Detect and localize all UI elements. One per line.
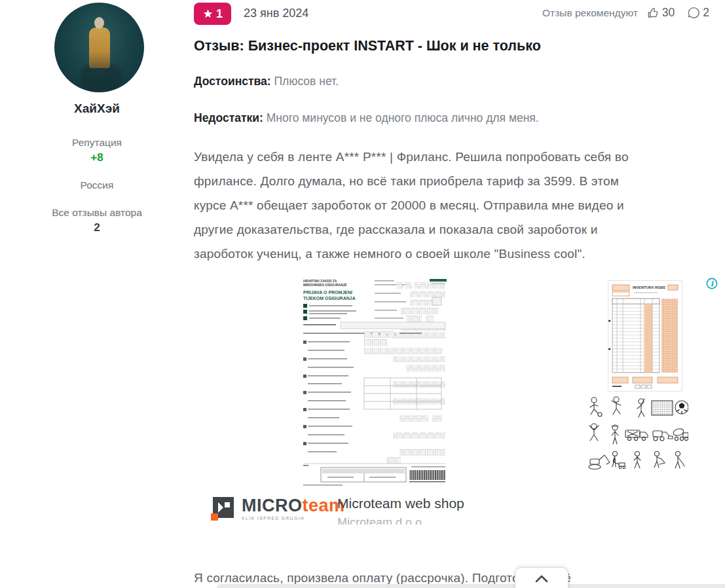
review-date: 23 янв 2024: [244, 7, 308, 20]
form1-heading-2: TIJEKOM OSIGURANJA: [303, 296, 356, 301]
recommend-label: Отзыв рекомендуют: [542, 7, 638, 19]
logo-tagline: KLIK ISPRED DRUGIH: [242, 516, 345, 521]
pros-label: Достоинства:: [194, 75, 271, 88]
like-button[interactable]: 30: [646, 6, 675, 20]
ad-info-icon[interactable]: i: [706, 278, 718, 289]
likes-count: 30: [662, 6, 675, 20]
author-country: Россия: [0, 179, 194, 191]
next-section-edge: [217, 584, 725, 588]
author-reviews-count: 2: [0, 221, 194, 234]
thumbs-up-icon: [646, 6, 660, 20]
rating-badge: 1: [194, 3, 231, 25]
review-page: ХайХэй Репутация +8 Россия Все отзывы ав…: [0, 0, 725, 588]
reputation-value: +8: [0, 151, 194, 164]
form1-heading-1: PRIJAVA O PROMJENI: [303, 290, 352, 295]
review-body: Увидела у себя в ленте А*** Р*** | Фрила…: [194, 145, 652, 266]
cons-label: Недостатки:: [194, 111, 263, 124]
ad-image-kids-sketches[interactable]: [585, 394, 688, 475]
review-title: Отзыв: Бизнес-проект INSTART - Шок и не …: [194, 38, 665, 54]
logo-wordmark: MICROteam: [242, 496, 345, 515]
advertiser-logo[interactable]: MICROteam KLIK ISPRED DRUGIH: [210, 496, 345, 523]
comment-icon: [687, 6, 701, 20]
pros-text: Плюсов нет.: [274, 75, 339, 88]
cons-text: Много минусов и не одного плюса лично дл…: [267, 111, 539, 124]
ad-company-name: Microteam d.o.o.: [337, 516, 425, 524]
username[interactable]: ХайХэй: [0, 101, 194, 116]
scroll-to-top-button[interactable]: [515, 567, 568, 588]
ad-image-form-inventura[interactable]: INVENTURA ROBE: [608, 280, 682, 392]
author-reviews-link[interactable]: Все отзывы автора: [0, 207, 194, 219]
ad-shop-title[interactable]: Microteam web shop: [337, 496, 464, 511]
ad-image-form-prijava[interactable]: HRVATSKI ZAVOD ZA MIROVINSKO OSIGURANJE …: [301, 276, 449, 488]
avatar[interactable]: [54, 3, 144, 92]
rating-value: 1: [216, 7, 223, 21]
review-meta: Отзыв рекомендуют 30 2: [542, 6, 709, 20]
cons-row: Недостатки: Много минусов и не одного пл…: [194, 111, 665, 125]
reputation-label: Репутация: [0, 137, 194, 149]
comments-button[interactable]: 2: [687, 6, 709, 20]
star-icon: [202, 9, 214, 20]
comments-count: 2: [703, 6, 709, 20]
chevron-up-icon: [534, 573, 549, 583]
pros-row: Достоинства: Плюсов нет.: [194, 75, 665, 88]
form2-title: INVENTURA ROBE: [633, 285, 665, 289]
microteam-logo-icon: [210, 496, 236, 523]
form1-org-2: MIROVINSKO OSIGURANJE: [303, 283, 347, 287]
